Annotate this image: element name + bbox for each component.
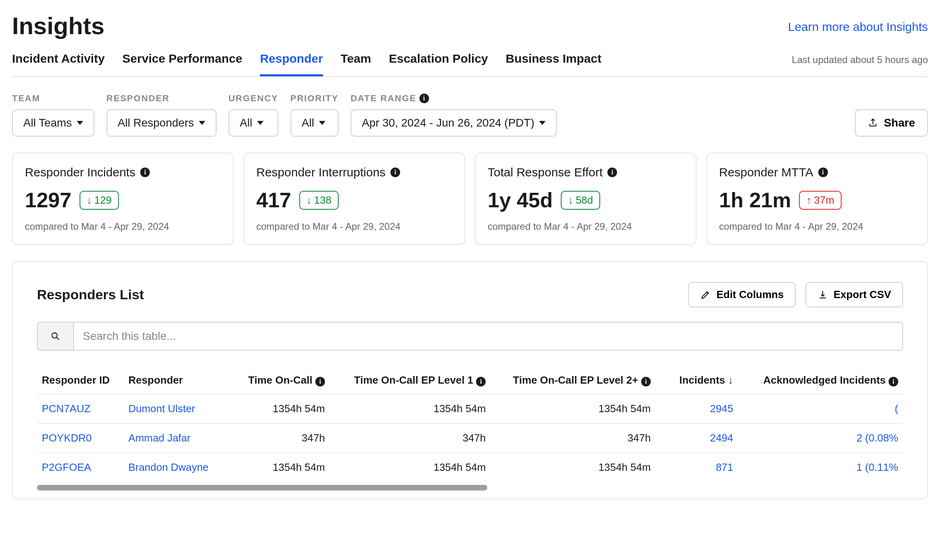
export-csv-label: Export CSV [834,288,891,301]
responder-id-link[interactable]: P2GFOEA [37,453,124,482]
delta-badge: 58d [561,191,600,210]
stat-responder-incidents: Responder Incidentsi 1297 129 compared t… [12,153,234,245]
info-icon: i [818,168,828,177]
tab-service-performance[interactable]: Service Performance [123,52,243,76]
incidents-link[interactable]: 2494 [656,423,738,453]
edit-columns-label: Edit Columns [716,288,784,301]
col-incidents[interactable]: Incidents [656,367,738,394]
responder-id-link[interactable]: POYKDR0 [37,423,124,453]
responder-name-link[interactable]: Brandon Dwayne [124,453,227,482]
panel-title: Responders List [37,287,144,302]
share-icon [868,118,878,128]
col-label: Time On-Call EP Level 2+ [513,374,638,386]
stat-value: 1297 [25,188,72,212]
priority-filter-label: PRIORITY [290,93,339,104]
priority-filter-value: All [302,116,314,129]
stat-title: Responder MTTA [719,166,813,179]
col-time-on-call-l1[interactable]: Time On-Call EP Level 1 i [330,367,490,394]
svg-point-0 [52,333,57,338]
share-button[interactable]: Share [855,109,928,137]
stat-title: Total Response Effort [488,166,603,179]
stat-value: 1y 45d [488,188,553,212]
col-ack-incidents[interactable]: Acknowledged Incidents i [738,367,903,394]
cell-l2: 1354h 54m [490,453,656,482]
date-range-filter-value: Apr 30, 2024 - Jun 26, 2024 (PDT) [362,116,535,129]
table-row: P2GFOEA Brandon Dwayne 1354h 54m 1354h 5… [37,453,903,482]
tab-escalation-policy[interactable]: Escalation Policy [389,52,488,76]
priority-filter[interactable]: All [290,109,339,137]
incidents-link[interactable]: 2945 [656,394,738,423]
learn-more-link[interactable]: Learn more about Insights [788,20,928,34]
delta-value: 37m [814,194,834,206]
responder-filter[interactable]: All Responders [106,109,217,137]
ack-link[interactable]: 2 (0.08% [738,423,903,453]
responder-id-link[interactable]: PCN7AUZ [37,394,124,423]
delta-badge: 129 [80,191,119,210]
urgency-filter[interactable]: All [229,109,278,137]
stat-responder-mtta: Responder MTTAi 1h 21m 37m compared to M… [706,153,928,245]
col-time-on-call[interactable]: Time On-Call i [227,367,330,394]
cell-l1: 1354h 54m [330,394,490,423]
chevron-down-icon [199,121,205,125]
tab-responder[interactable]: Responder [260,52,323,76]
cell-l1: 347h [330,423,490,453]
share-button-label: Share [884,116,915,129]
ack-link[interactable]: ( [738,394,903,423]
info-icon: i [140,168,150,177]
delta-value: 58d [576,194,593,206]
chevron-down-icon [319,121,325,125]
chevron-down-icon [539,121,546,125]
tab-business-impact[interactable]: Business Impact [506,52,601,76]
responder-filter-label: RESPONDER [106,93,217,104]
arrow-down-icon [307,194,312,206]
col-time-on-call-l2[interactable]: Time On-Call EP Level 2+ i [490,367,656,394]
tab-incident-activity[interactable]: Incident Activity [12,52,105,76]
responder-name-link[interactable]: Dumont Ulster [124,394,227,423]
edit-columns-button[interactable]: Edit Columns [688,282,796,307]
responders-table: Responder ID Responder Time On-Call i Ti… [37,367,903,482]
delta-badge: 37m [799,191,842,210]
table-row: POYKDR0 Ammad Jafar 347h 347h 347h 2494 … [37,423,903,453]
search-icon [50,331,61,341]
page-title: Insights [12,12,104,40]
info-icon: i [889,377,898,386]
stat-compare: compared to Mar 4 - Apr 29, 2024 [25,221,221,232]
responder-name-link[interactable]: Ammad Jafar [124,423,227,453]
stat-title: Responder Incidents [25,166,135,179]
ack-link[interactable]: 1 (0.11% [738,453,903,482]
col-responder[interactable]: Responder [124,367,227,394]
col-label: Acknowledged Incidents [763,374,886,386]
last-updated: Last updated about 5 hours ago [792,54,928,74]
date-range-filter[interactable]: Apr 30, 2024 - Jun 26, 2024 (PDT) [351,109,557,137]
arrow-up-icon [806,194,811,206]
info-icon: i [390,168,400,177]
scrollbar-thumb[interactable] [37,485,487,491]
pencil-icon [700,290,711,300]
cell-on-call: 347h [227,423,330,453]
delta-value: 129 [94,194,112,206]
cell-l2: 1354h 54m [490,394,656,423]
stat-compare: compared to Mar 4 - Apr 29, 2024 [719,221,915,232]
chevron-down-icon [77,121,83,125]
team-filter-label: TEAM [12,93,94,104]
col-responder-id[interactable]: Responder ID [37,367,124,394]
team-filter[interactable]: All Teams [12,109,94,137]
cell-on-call: 1354h 54m [227,394,330,423]
horizontal-scrollbar[interactable] [37,485,903,491]
tab-team[interactable]: Team [341,52,371,76]
urgency-filter-value: All [240,116,252,129]
info-icon: i [419,94,429,103]
responder-filter-value: All Responders [118,116,194,129]
search-input[interactable] [74,323,902,350]
search-icon-box [38,323,74,350]
col-label: Time On-Call EP Level 1 [354,374,473,386]
info-icon: i [315,377,325,386]
stat-value: 1h 21m [719,188,791,212]
delta-badge: 138 [299,191,339,210]
urgency-filter-label: URGENCY [229,93,278,104]
stat-compare: compared to Mar 4 - Apr 29, 2024 [256,221,452,232]
export-csv-button[interactable]: Export CSV [805,282,903,307]
incidents-link[interactable]: 871 [656,453,738,482]
download-icon [817,290,828,300]
stat-value: 417 [256,188,291,212]
